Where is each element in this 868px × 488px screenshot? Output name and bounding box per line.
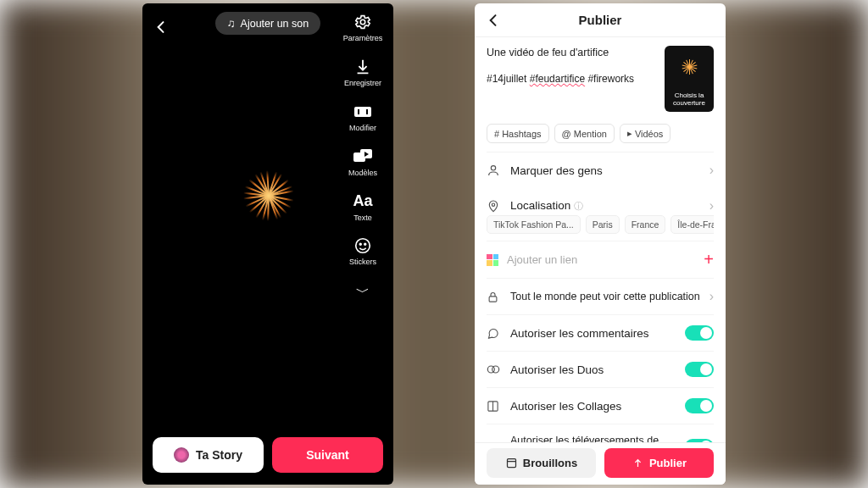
svg-rect-16	[507, 459, 515, 468]
tool-edit[interactable]: Modifier	[349, 102, 376, 133]
chip-mention[interactable]: @Mention	[554, 124, 615, 143]
row-label: Ajouter un lien	[507, 253, 695, 266]
editor-tool-column: Paramètres Enregistrer Modifier Modèles …	[339, 12, 387, 302]
chip-videos[interactable]: ▸Vidéos	[620, 124, 670, 143]
tool-settings-label: Paramètres	[343, 35, 383, 43]
svg-point-7	[356, 239, 370, 253]
info-icon: ⓘ	[574, 201, 583, 211]
your-story-button[interactable]: Ta Story	[153, 437, 264, 473]
tool-edit-label: Modifier	[349, 125, 376, 133]
duet-icon	[487, 363, 502, 375]
row-duos: Autoriser les Duos	[487, 351, 714, 387]
lock-icon	[487, 291, 502, 303]
avatar	[174, 447, 189, 463]
play-icon: ▸	[627, 128, 632, 139]
publish-header: Publier	[475, 3, 726, 37]
tool-stickers[interactable]: Stickers	[349, 236, 376, 267]
row-comments: Autoriser les commentaires	[487, 314, 714, 351]
link-grid-icon	[487, 254, 498, 266]
cover-label: Choisis la couverture	[665, 90, 714, 112]
plus-icon: +	[704, 250, 714, 269]
location-suggestions: TikTok Fashion Pa...ParisFranceÎle-de-Fr…	[487, 215, 714, 234]
tool-text-label: Texte	[353, 214, 372, 223]
toggle-collages[interactable]	[685, 398, 714, 413]
publish-title: Publier	[579, 13, 622, 27]
editor-screen: ♫ Ajouter un son Paramètres Enregistrer …	[142, 3, 393, 485]
comment-icon	[487, 327, 502, 340]
pin-icon	[487, 199, 502, 213]
tool-models[interactable]: Modèles	[348, 147, 377, 178]
next-button[interactable]: Suivant	[272, 437, 383, 473]
row-label: Autoriser les Duos	[510, 363, 676, 376]
person-icon	[487, 164, 502, 177]
back-arrow-icon[interactable]	[153, 19, 170, 36]
hashtag-line: #14juillet #feudartifice #fireworks	[487, 73, 656, 85]
location-chip[interactable]: France	[625, 215, 666, 234]
publish-screen: Publier Une vidéo de feu d'artifice #14j…	[475, 3, 726, 485]
chevron-right-icon: ›	[709, 163, 714, 178]
row-location[interactable]: Localisation ⓘ ›	[487, 188, 714, 219]
sticker-icon	[353, 236, 373, 256]
hashtag[interactable]: #fireworks	[587, 73, 634, 85]
publish-label: Publier	[649, 457, 687, 469]
svg-rect-2	[358, 109, 359, 114]
music-note-icon: ♫	[227, 17, 236, 30]
chip-hashtags[interactable]: #Hashtags	[487, 124, 549, 143]
tool-models-label: Modèles	[348, 169, 377, 178]
next-label: Suivant	[306, 448, 349, 462]
drafts-button[interactable]: Brouillons	[487, 448, 596, 478]
add-sound-label: Ajouter un son	[241, 18, 309, 30]
row-label: Tout le monde peut voir cette publicatio…	[510, 291, 701, 302]
gear-icon	[353, 12, 373, 32]
location-chip[interactable]: Paris	[586, 215, 620, 234]
tool-save[interactable]: Enregistrer	[344, 57, 381, 88]
row-hq-upload: Autoriser les téléversements de haute	[487, 424, 714, 442]
cover-thumbnail[interactable]: Choisis la couverture	[665, 46, 714, 112]
hashtag[interactable]: #feudartifice	[530, 73, 585, 85]
video-preview-firework	[238, 166, 298, 225]
at-icon: @	[562, 129, 571, 139]
add-sound-button[interactable]: ♫ Ajouter un son	[215, 12, 320, 35]
drafts-icon	[505, 457, 518, 469]
hashtag[interactable]: #14juillet	[487, 73, 526, 85]
caption-input[interactable]: Une vidéo de feu d'artifice #14juillet #…	[487, 46, 656, 112]
tool-text[interactable]: Aa Texte	[353, 191, 373, 223]
toggle-comments[interactable]	[685, 325, 714, 341]
chevron-down-icon[interactable]: ﹀	[356, 284, 370, 302]
adjust-icon	[353, 102, 373, 122]
drafts-label: Brouillons	[523, 457, 577, 469]
row-add-link[interactable]: Ajouter un lien +	[487, 241, 714, 278]
svg-rect-3	[366, 109, 368, 114]
svg-point-9	[364, 244, 366, 246]
svg-point-10	[491, 166, 495, 170]
caption-text: Une vidéo de feu d'artifice	[487, 46, 656, 61]
toggle-duos[interactable]	[685, 362, 714, 377]
row-label: Localisation ⓘ	[510, 199, 701, 213]
stitch-icon	[487, 400, 502, 413]
templates-icon	[353, 147, 373, 167]
svg-point-8	[359, 244, 361, 246]
location-chip[interactable]: TikTok Fashion Pa...	[487, 215, 581, 234]
svg-point-0	[360, 19, 365, 25]
chevron-right-icon: ›	[709, 198, 714, 214]
row-collages: Autoriser les Collages	[487, 387, 714, 424]
publish-button[interactable]: Publier	[604, 448, 714, 478]
svg-point-11	[492, 203, 494, 206]
svg-rect-12	[489, 296, 497, 301]
row-tag-people[interactable]: Marquer des gens ›	[487, 152, 714, 188]
row-label: Autoriser les Collages	[510, 400, 676, 413]
back-arrow-icon[interactable]	[485, 12, 502, 29]
chevron-right-icon: ›	[709, 289, 714, 304]
row-privacy[interactable]: Tout le monde peut voir cette publicatio…	[487, 278, 714, 314]
tool-stickers-label: Stickers	[349, 258, 376, 267]
row-label: Autoriser les téléversements de haute	[510, 435, 676, 442]
location-chip[interactable]: Île-de-France	[670, 215, 714, 234]
hash-icon: #	[494, 129, 499, 139]
svg-rect-1	[354, 107, 371, 117]
text-icon: Aa	[353, 191, 373, 212]
tool-save-label: Enregistrer	[344, 80, 381, 88]
svg-point-14	[492, 366, 499, 373]
publish-icon	[632, 457, 644, 469]
row-label: Marquer des gens	[510, 164, 701, 177]
tool-settings[interactable]: Paramètres	[343, 12, 383, 43]
